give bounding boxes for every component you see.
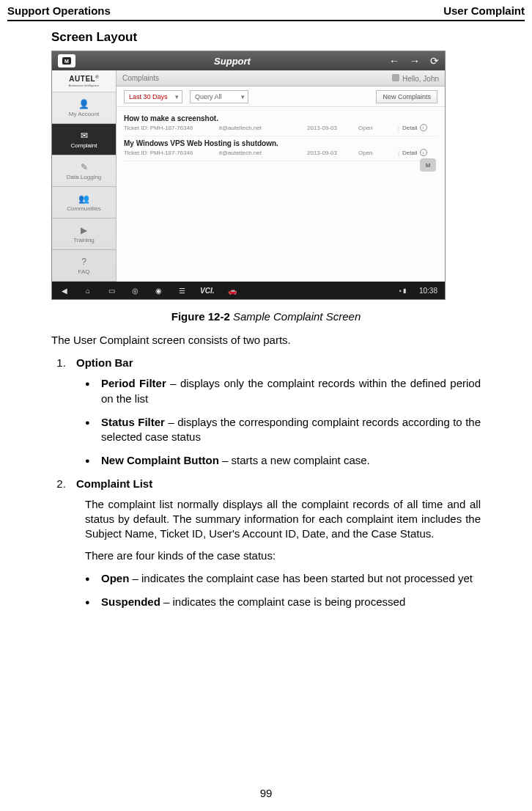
option-bar: Last 30 Days Query All New Complaints bbox=[117, 87, 445, 107]
play-icon: ▶ bbox=[78, 225, 91, 235]
nav-home-icon[interactable]: ⌂ bbox=[83, 287, 93, 295]
complaint-list: How to make a screenshot. Ticket ID: PMH… bbox=[117, 107, 445, 166]
float-badge-icon[interactable]: M bbox=[420, 158, 436, 172]
shot-main: Complaints Hello, John Last 30 Days Quer… bbox=[117, 70, 445, 282]
greeting: Hello, John bbox=[402, 75, 439, 83]
forward-icon[interactable]: → bbox=[410, 55, 420, 67]
case-status-intro: There are four kinds of the case status: bbox=[85, 548, 481, 563]
sidebar-item-complaint[interactable]: ✉ Complaint bbox=[52, 124, 116, 155]
period-filter-select[interactable]: Last 30 Days bbox=[124, 90, 182, 103]
nav-back-icon[interactable]: ◀ bbox=[59, 287, 70, 295]
nav-vci-icon[interactable]: VCI. bbox=[200, 287, 214, 295]
shot-tabbar: Complaints Hello, John bbox=[117, 70, 445, 87]
detail-link[interactable]: Detail bbox=[402, 150, 417, 156]
shot-titlebar: M Support ← → ⟳ bbox=[52, 51, 445, 70]
list-item-complaint-list: Complaint List The complaint list normal… bbox=[69, 477, 481, 610]
sidebar-item-label: Training bbox=[73, 237, 95, 243]
nav-recent-icon[interactable]: ▭ bbox=[106, 287, 117, 295]
pencil-icon: ✎ bbox=[78, 162, 91, 172]
shot-sidebar: AUTEL® Automotive Intelligence 👤 My Acco… bbox=[52, 70, 117, 282]
figure-caption: Figure 12-2 Sample Complaint Screen bbox=[51, 310, 481, 323]
page-header: Support Operations User Complaint bbox=[0, 0, 532, 20]
bullet-open: Open – indicates the complaint case has … bbox=[85, 571, 481, 586]
status-filter-select[interactable]: Query All bbox=[190, 90, 248, 103]
people-icon: 👥 bbox=[78, 194, 91, 204]
sidebar-item-faq[interactable]: ? FAQ bbox=[52, 250, 116, 282]
back-icon[interactable]: ← bbox=[389, 55, 399, 67]
screenshot: M Support ← → ⟳ AUTEL® Automotive Intell… bbox=[51, 51, 446, 300]
header-left: Support Operations bbox=[7, 4, 111, 17]
row-title: My Windows VPS Web Hosting is shutdown. bbox=[124, 139, 437, 147]
bullet-new-complaint: New Complaint Button – starts a new comp… bbox=[85, 453, 481, 468]
bullet-status-filter: Status Filter – displays the correspondi… bbox=[85, 415, 481, 445]
new-complaint-button[interactable]: New Complaints bbox=[376, 90, 437, 103]
header-rule bbox=[7, 20, 525, 21]
tab-title: Complaints bbox=[122, 74, 159, 82]
detail-link[interactable]: Detail bbox=[402, 125, 417, 131]
envelope-icon: ✉ bbox=[78, 131, 91, 141]
list-item[interactable]: How to make a screenshot. Ticket ID: PMH… bbox=[124, 111, 437, 136]
header-right: User Complaint bbox=[443, 4, 525, 17]
sidebar-item-label: Complaint bbox=[70, 142, 97, 149]
shot-title: Support bbox=[81, 56, 383, 67]
list-item[interactable]: My Windows VPS Web Hosting is shutdown. … bbox=[124, 136, 437, 161]
refresh-icon[interactable]: ⟳ bbox=[430, 55, 439, 67]
numbered-list: Option Bar Period Filter – displays only… bbox=[51, 356, 481, 609]
shot-bottombar: ◀ ⌂ ▭ ◎ ◉ ☰ VCI. 🚗 ▪ ▮ 10:38 bbox=[52, 282, 445, 299]
avatar-icon bbox=[392, 74, 399, 81]
bullet-suspended: Suspended – indicates the complaint case… bbox=[85, 595, 481, 609]
clock: 10:38 bbox=[419, 287, 437, 295]
brand-logo: AUTEL® Automotive Intelligence bbox=[52, 70, 116, 92]
question-icon: ? bbox=[78, 257, 91, 267]
chevron-right-icon[interactable]: › bbox=[420, 124, 427, 131]
row-title: How to make a screenshot. bbox=[124, 114, 437, 122]
list-item-option-bar: Option Bar Period Filter – displays only… bbox=[69, 356, 481, 468]
sidebar-item-data-logging[interactable]: ✎ Data Logging bbox=[52, 155, 116, 187]
nav-camera-icon[interactable]: ◉ bbox=[153, 287, 163, 295]
user-icon: 👤 bbox=[78, 99, 91, 109]
sidebar-item-communities[interactable]: 👥 Communities bbox=[52, 187, 116, 219]
intro-paragraph: The User Complaint screen consists of tw… bbox=[51, 333, 481, 348]
sidebar-item-label: My Account bbox=[69, 111, 99, 117]
chevron-right-icon[interactable]: › bbox=[420, 149, 427, 156]
page-number: 99 bbox=[0, 787, 532, 799]
sidebar-item-training[interactable]: ▶ Training bbox=[52, 219, 116, 250]
nav-car-icon[interactable]: 🚗 bbox=[227, 287, 237, 295]
sidebar-item-my-account[interactable]: 👤 My Account bbox=[52, 92, 116, 124]
complaint-list-desc: The complaint list normally displays all… bbox=[85, 497, 481, 542]
section-heading: Screen Layout bbox=[51, 30, 481, 45]
sidebar-item-label: Communities bbox=[67, 205, 101, 212]
sidebar-item-label: Data Logging bbox=[67, 174, 102, 180]
home-badge-icon[interactable]: M bbox=[58, 54, 75, 67]
bullet-period-filter: Period Filter – displays only the compla… bbox=[85, 376, 481, 406]
nav-browser-icon[interactable]: ◎ bbox=[130, 287, 140, 295]
sidebar-item-label: FAQ bbox=[78, 268, 89, 275]
nav-menu-icon[interactable]: ☰ bbox=[177, 287, 187, 295]
